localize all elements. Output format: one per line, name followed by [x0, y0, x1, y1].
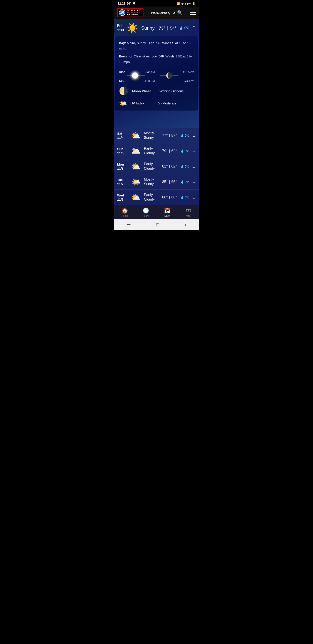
day-condition-mon: Partly Cloudy — [144, 162, 160, 171]
map-icon: 🗺 — [186, 208, 191, 214]
evening-label: Evening: — [119, 54, 133, 58]
day-rain-tue: 💧 0% — [180, 180, 189, 184]
high-mon: 81° — [162, 164, 168, 168]
day-detail: Mainly sunny. High 73F. Winds S at 10 to… — [119, 41, 191, 50]
moon-set-time: 1:33PM — [178, 79, 194, 82]
day-icon-mon: ⛅ — [131, 162, 141, 171]
high-sat: 77° — [162, 133, 168, 138]
rain-drop-icon: 💧 — [179, 26, 183, 30]
logo-badge: 10 — [119, 9, 125, 16]
nav-map[interactable]: 🗺 Map — [181, 208, 196, 217]
high-tue: 85° — [162, 180, 168, 184]
day-rain-sun: 💧 0% — [180, 149, 189, 153]
location-display[interactable]: WOODWAY, TX 🔍 — [151, 10, 183, 15]
rise-set-labels: Rise Set — [119, 70, 127, 82]
sun-rise-time: 7:46AM — [145, 70, 160, 74]
day-temps-tue: 85° | 65° — [162, 180, 177, 184]
day-date-tue: Tue 11/7 — [117, 178, 128, 186]
chevron-mon[interactable]: ⌄ — [192, 164, 196, 169]
menu-button[interactable] — [190, 11, 196, 15]
nav-hourly-label: Hourly — [142, 214, 149, 217]
celestial-display: Rise Set 7:46AM 6:38PM 🌘 — [119, 68, 194, 82]
app-logo: 10 FIRST ALERT FIRST ALERT WEATHER — [117, 8, 143, 17]
logo-number: 10 — [120, 11, 124, 14]
sun-dot — [132, 72, 138, 78]
low-mon: 62° — [171, 164, 177, 168]
forecast-row-wed[interactable]: Wed 11/8 ⛅ Partly Cloudy 86° | 60° 💧 0% … — [114, 190, 199, 205]
rain-icon-sun: 💧 — [180, 149, 184, 153]
today-detail-panel: Day: Mainly sunny. High 73F. Winds S at … — [115, 36, 198, 110]
day-condition-wed: Partly Cloudy — [144, 193, 160, 202]
nav-daily[interactable]: 📅 Daily — [160, 208, 175, 217]
day-temps-sat: 77° | 57° — [162, 133, 177, 138]
moon-phase-row: 🌗 Moon Phase Waning Gibbous — [119, 86, 194, 96]
day-date-sun: Sun 11/5 — [117, 147, 128, 155]
location-text: WOODWAY, TX — [151, 11, 175, 14]
day-rain-sat: 💧 0% — [180, 134, 189, 137]
today-low-temp: 54° — [170, 26, 177, 31]
notification-icon: ✖ — [133, 2, 135, 5]
day-icon-sun: 🌥️ — [131, 146, 141, 156]
sys-nav-recent[interactable]: ☰ — [127, 222, 131, 227]
wifi-icon: 📶 — [177, 2, 180, 5]
status-left: 12:21 66° ✖ — [118, 2, 135, 5]
today-expand-chevron[interactable]: ⌃ — [192, 25, 196, 31]
logo-line3: WEATHER — [127, 14, 142, 16]
chevron-tue[interactable]: ⌄ — [192, 179, 196, 184]
sys-nav-back[interactable]: ‹ — [185, 222, 186, 227]
day-date-wed: Wed 11/8 — [117, 193, 128, 202]
low-tue: 65° — [171, 180, 177, 184]
search-icon[interactable]: 🔍 — [177, 10, 183, 15]
uv-index-label: UV Index — [130, 102, 154, 105]
uv-index-row: 🌤️ UV Index 5 - Moderate — [119, 100, 194, 107]
time-display: 12:21 — [118, 2, 125, 5]
forecast-row-mon[interactable]: Mon 11/6 ⛅ Partly Cloudy 81° | 62° 💧 0% … — [114, 158, 199, 174]
sys-nav-home[interactable]: □ — [156, 222, 159, 227]
nav-daily-label: Daily — [165, 214, 170, 217]
low-sat: 57° — [171, 133, 177, 138]
moon-phase-label: Moon Phase — [132, 89, 156, 93]
nav-home[interactable]: 🏠 Home — [117, 208, 132, 217]
day-date-mon: Mon 11/6 — [117, 162, 128, 171]
system-nav-bar: ☰ □ ‹ — [114, 219, 199, 230]
day-label: Day: — [119, 41, 126, 45]
moon-arc: 🌘 — [160, 69, 178, 82]
weather-main-area: Fri 11/3 ☀️ Sunny 73° | 54° 💧 0% ⌃ Day: … — [114, 19, 199, 128]
rain-icon-sat: 💧 — [180, 134, 184, 137]
forecast-row-tue[interactable]: Tue 11/7 🌤️ Mostly Sunny 85° | 65° 💧 0% … — [114, 174, 199, 190]
rain-icon-wed: 💧 — [180, 196, 184, 199]
rise-label: Rise — [119, 70, 127, 74]
bottom-navigation: 🏠 Home 🕐 Hourly 📅 Daily 🗺 Map — [114, 205, 199, 219]
today-temps: 73° | 54° — [159, 26, 177, 31]
nav-hourly[interactable]: 🕐 Hourly — [138, 208, 153, 217]
status-right: 📶 ⊘ 61% 🔋 — [177, 2, 195, 5]
forecast-row-sat[interactable]: Sat 11/4 ⛅ Mostly Sunny 77° | 57° 💧 0% ⌄ — [114, 128, 199, 143]
evening-forecast-text: Evening: Clear skies. Low 54F. Winds SSE… — [119, 54, 194, 64]
celestial-row: Rise Set 7:46AM 6:38PM 🌘 — [119, 68, 194, 82]
day-rain-mon: 💧 0% — [180, 165, 189, 168]
daily-forecast-section: Sat 11/4 ⛅ Mostly Sunny 77° | 57° 💧 0% ⌄… — [114, 128, 199, 205]
day-temps-mon: 81° | 62° — [162, 164, 177, 168]
moon-dot: 🌘 — [166, 72, 173, 79]
hourly-icon: 🕐 — [143, 208, 149, 214]
home-icon: 🏠 — [121, 208, 128, 214]
uv-index-icon: 🌤️ — [119, 100, 127, 107]
battery-display: 61% — [185, 2, 191, 5]
high-sun: 79° — [162, 149, 168, 153]
forecast-row-sun[interactable]: Sun 11/5 🌥️ Partly Cloudy 79° | 62° 💧 0%… — [114, 143, 199, 158]
day-forecast-text: Day: Mainly sunny. High 73F. Winds S at … — [119, 40, 194, 51]
day-temps-sun: 79° | 62° — [162, 149, 177, 153]
today-header-row[interactable]: Fri 11/3 ☀️ Sunny 73° | 54° 💧 0% ⌃ — [114, 19, 199, 36]
day-temps-wed: 86° | 60° — [162, 195, 177, 200]
set-label: Set — [119, 79, 127, 82]
high-wed: 86° — [162, 195, 168, 200]
day-icon-sat: ⛅ — [131, 131, 141, 140]
day-condition-tue: Mostly Sunny — [144, 177, 160, 186]
chevron-sun[interactable]: ⌄ — [192, 148, 196, 154]
chevron-wed[interactable]: ⌄ — [192, 195, 196, 200]
chevron-sat[interactable]: ⌄ — [192, 133, 196, 138]
today-date: Fri 11/3 — [117, 24, 124, 33]
uv-index-value: 5 - Moderate — [158, 102, 176, 105]
today-rain-chance: 💧 0% — [179, 26, 189, 30]
battery-icon: 🔋 — [192, 2, 195, 5]
